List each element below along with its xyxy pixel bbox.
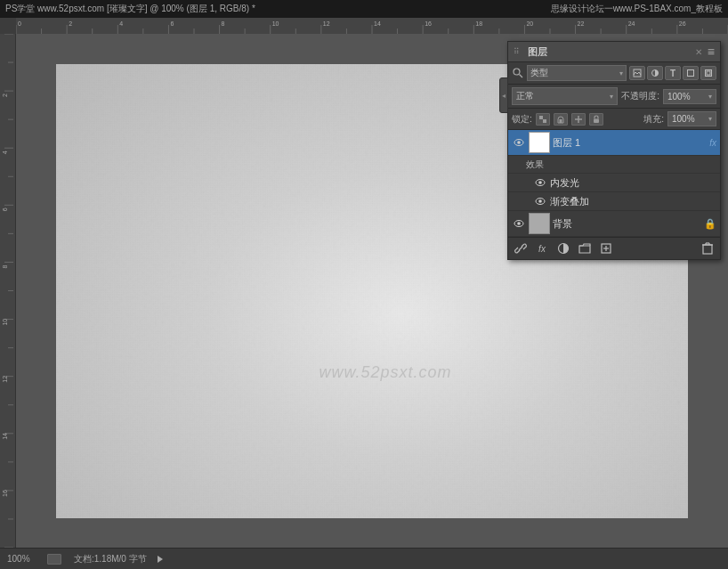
inner-glow-item[interactable]: 内发光 — [508, 174, 720, 192]
new-layer-btn[interactable] — [597, 240, 615, 256]
main-area: 246810121416 www.52psxt.com ◂ ⠿ 图层 ✕ ≡ — [0, 34, 728, 548]
layers-list: 图层 1 fx 效果 内发光 — [508, 130, 720, 237]
layer1-fx-badge: fx — [709, 138, 716, 148]
panel-collapse-button[interactable]: ◂ — [499, 77, 508, 113]
svg-text:12: 12 — [323, 20, 330, 27]
svg-text:2: 2 — [2, 93, 8, 97]
svg-text:4: 4 — [119, 20, 123, 27]
status-arrow-icon[interactable] — [158, 556, 163, 563]
svg-line-73 — [520, 75, 523, 78]
filter-smart-btn[interactable] — [700, 66, 716, 80]
svg-text:4: 4 — [2, 150, 8, 154]
image-icon — [633, 69, 642, 77]
svg-text:8: 8 — [222, 20, 225, 27]
svg-rect-80 — [543, 119, 546, 123]
new-layer-icon — [600, 242, 612, 255]
opacity-label: 不透明度: — [621, 90, 659, 102]
svg-rect-82 — [543, 116, 546, 119]
lock-all-btn[interactable] — [589, 113, 603, 126]
svg-text:10: 10 — [2, 319, 8, 326]
title-bar-left: PS学堂 www.52psxt.com [璀璨文字] @ 100% (图层 1,… — [5, 3, 255, 15]
svg-text:8: 8 — [2, 264, 8, 268]
svg-rect-76 — [688, 70, 694, 77]
svg-text:12: 12 — [2, 376, 8, 383]
svg-text:0: 0 — [18, 20, 21, 27]
blend-mode-arrow: ▾ — [610, 93, 613, 101]
lock-transparent-btn[interactable] — [536, 113, 550, 126]
lock-image-btn[interactable] — [554, 113, 568, 126]
layer-item-layer1[interactable]: 图层 1 fx — [508, 130, 720, 156]
zoom-level: 100% — [7, 554, 38, 564]
svg-text:24: 24 — [628, 20, 635, 27]
trash-icon — [702, 242, 713, 255]
svg-text:26: 26 — [679, 20, 686, 27]
lock-position-btn[interactable] — [571, 113, 586, 126]
svg-text:16: 16 — [425, 20, 432, 27]
layers-panel-menu-icon[interactable]: ≡ — [708, 45, 715, 59]
svg-rect-79 — [539, 116, 543, 119]
link-layers-btn[interactable] — [512, 240, 530, 256]
filter-image-btn[interactable] — [629, 66, 645, 80]
svg-text:14: 14 — [374, 20, 381, 27]
ruler-top-svg: 02468101214161820222426 — [16, 18, 728, 34]
adjustment-icon — [651, 69, 659, 77]
svg-point-72 — [514, 69, 520, 75]
shape-icon — [686, 69, 695, 77]
svg-point-92 — [538, 199, 542, 203]
background-lock-icon: 🔒 — [704, 218, 716, 230]
background-name: 背景 — [553, 217, 701, 231]
svg-point-88 — [517, 141, 521, 144]
svg-text:22: 22 — [578, 20, 585, 27]
lock-row: 锁定: — [508, 109, 720, 130]
gradient-overlay-name: 渐变叠加 — [550, 195, 716, 208]
layers-panel-bottom: fx — [508, 237, 720, 259]
svg-text:6: 6 — [170, 20, 174, 27]
svg-point-90 — [538, 181, 542, 184]
opacity-value: 100% — [667, 92, 691, 102]
effects-group-item: 效果 — [508, 156, 720, 174]
layers-panel-title: 图层 — [528, 45, 547, 59]
svg-line-95 — [519, 247, 522, 250]
layers-search-row: 类型 ▾ — [508, 62, 720, 85]
background-visibility-toggle[interactable] — [512, 216, 526, 231]
title-bar: PS学堂 www.52psxt.com [璀璨文字] @ 100% (图层 1,… — [0, 0, 728, 18]
eye-open-icon — [514, 138, 524, 147]
panel-resize-handle[interactable]: ⠿ — [514, 47, 521, 56]
canvas-watermark: www.52psxt.com — [319, 363, 451, 382]
filter-type-btn[interactable]: T — [665, 66, 681, 80]
document-info: 文档:1.18M/0 字节 — [74, 553, 147, 565]
svg-text:18: 18 — [475, 20, 482, 27]
svg-text:2: 2 — [69, 20, 72, 27]
layers-type-label: 类型 — [530, 67, 548, 79]
add-layer-style-btn[interactable]: fx — [533, 240, 551, 256]
background-thumbnail — [529, 213, 550, 234]
panel-close-x[interactable]: ✕ — [695, 47, 702, 57]
opacity-dropdown[interactable]: 100% ▾ — [663, 89, 716, 104]
filter-shape-btn[interactable] — [683, 66, 699, 80]
canvas-area: www.52psxt.com ◂ ⠿ 图层 ✕ ≡ — [16, 34, 728, 548]
type-dropdown-arrow: ▾ — [619, 69, 623, 77]
layer-item-background[interactable]: 背景 🔒 — [508, 211, 720, 237]
layer-filter-icons: T — [629, 66, 716, 80]
svg-text:10: 10 — [272, 20, 279, 27]
new-group-btn[interactable] — [576, 240, 594, 256]
fill-label: 填充: — [643, 113, 664, 126]
fill-value: 100% — [672, 114, 695, 124]
layer1-visibility-toggle[interactable] — [512, 135, 526, 150]
smart-icon — [704, 69, 713, 77]
gradient-overlay-visibility[interactable] — [533, 194, 547, 208]
eye-open-icon-2 — [535, 178, 546, 187]
layers-type-dropdown[interactable]: 类型 ▾ — [527, 65, 627, 81]
blend-mode-dropdown[interactable]: 正常 ▾ — [512, 87, 618, 105]
delete-layer-btn[interactable] — [699, 240, 716, 256]
lock-position-icon — [574, 115, 583, 124]
link-icon — [514, 242, 527, 255]
fill-dropdown[interactable]: 100% ▾ — [667, 111, 716, 126]
gradient-overlay-item[interactable]: 渐变叠加 — [508, 192, 720, 211]
inner-glow-visibility[interactable] — [533, 175, 547, 190]
new-fill-layer-btn[interactable] — [554, 240, 572, 256]
layers-panel-header: ⠿ 图层 ✕ ≡ — [508, 42, 720, 62]
status-icon — [47, 554, 61, 565]
layer1-thumbnail — [529, 132, 550, 153]
filter-adjustment-btn[interactable] — [647, 66, 663, 80]
